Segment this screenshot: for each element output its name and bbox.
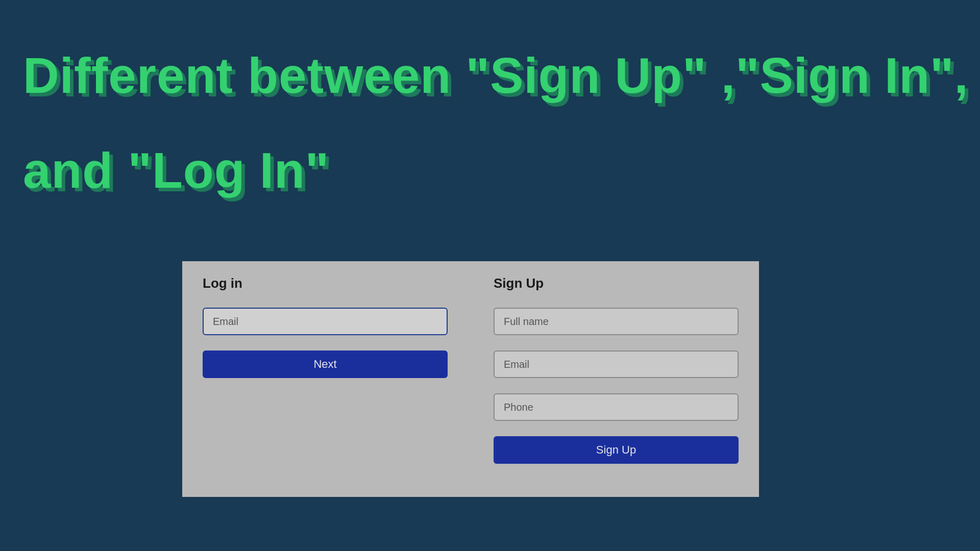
signup-heading: Sign Up — [494, 276, 739, 291]
login-heading: Log in — [203, 276, 448, 291]
forms-panel: Log in Next Sign Up Sign Up — [182, 261, 759, 497]
login-next-button[interactable]: Next — [203, 350, 448, 378]
signup-phone-input[interactable] — [494, 393, 739, 421]
page-title: Different between "Sign Up" ,"Sign In", … — [23, 28, 980, 218]
signup-button[interactable]: Sign Up — [494, 436, 739, 464]
signup-fullname-input[interactable] — [494, 308, 739, 335]
signup-form: Sign Up Sign Up — [494, 276, 739, 483]
login-form: Log in Next — [203, 276, 448, 483]
signup-email-input[interactable] — [494, 350, 739, 378]
login-email-input[interactable] — [203, 308, 448, 335]
